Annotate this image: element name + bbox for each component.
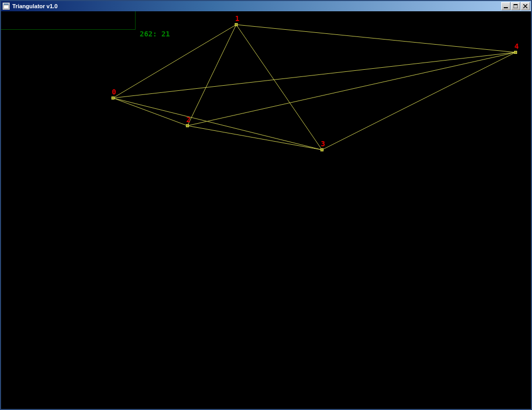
close-icon — [523, 4, 527, 8]
window-title: Triangulator v1.0 — [12, 3, 501, 9]
edge — [187, 52, 516, 126]
canvas-area[interactable]: 262: 21 01234 — [1, 11, 531, 409]
minimize-button[interactable] — [501, 2, 510, 10]
edge — [113, 98, 187, 126]
edge — [113, 25, 236, 98]
app-icon — [2, 2, 10, 10]
vertex-point[interactable] — [515, 51, 517, 54]
svg-rect-2 — [4, 5, 9, 9]
edge — [113, 52, 516, 98]
vertex-point[interactable] — [321, 149, 324, 151]
svg-rect-3 — [504, 7, 508, 8]
vertex-point[interactable] — [235, 24, 238, 26]
titlebar[interactable]: Triangulator v1.0 — [1, 1, 531, 11]
maximize-button[interactable] — [511, 2, 520, 10]
vertex-point[interactable] — [186, 125, 189, 127]
vertex-point[interactable] — [112, 97, 115, 100]
svg-rect-1 — [4, 4, 9, 5]
edge — [187, 126, 322, 150]
edge — [236, 25, 322, 150]
window-controls — [501, 2, 530, 10]
svg-rect-5 — [514, 4, 518, 5]
maximize-icon — [514, 4, 518, 8]
edge — [322, 52, 516, 150]
edge — [113, 98, 322, 150]
edge — [187, 25, 236, 126]
close-button[interactable] — [521, 2, 530, 10]
triangulation-canvas[interactable] — [1, 11, 531, 409]
app-window: Triangulator v1.0 262: — [0, 0, 532, 410]
minimize-icon — [504, 4, 508, 8]
edge — [236, 25, 516, 52]
